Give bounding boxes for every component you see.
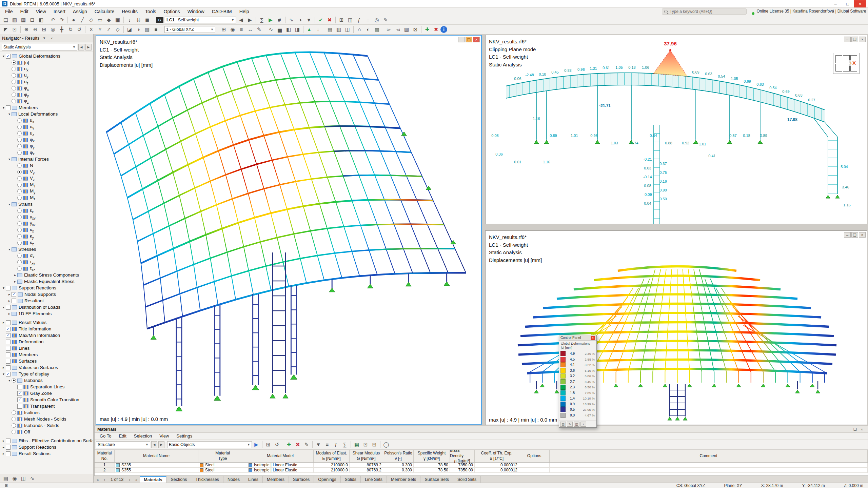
- viewport-minimize-button[interactable]: –: [844, 37, 851, 42]
- tree-checkbox[interactable]: [6, 352, 11, 357]
- tree-radio[interactable]: [12, 410, 16, 415]
- legend-lock-button[interactable]: ◫: [574, 422, 579, 427]
- column-header-materialmodel[interactable]: Material Model: [247, 450, 314, 462]
- member-load-icon[interactable]: ⇊: [134, 16, 143, 24]
- expand-icon[interactable]: ▸: [1, 439, 6, 443]
- table-tab-linesets[interactable]: Line Sets: [361, 476, 387, 483]
- tree-radio[interactable]: [12, 417, 16, 421]
- edit-row-icon[interactable]: ✎: [302, 441, 311, 449]
- cell-materialmodel[interactable]: Isotropic | Linear Elastic: [247, 468, 314, 472]
- cell-shearmodulus[interactable]: 80769.2: [350, 468, 383, 472]
- isobands-icon[interactable]: ◧: [284, 25, 293, 34]
- tree-item[interactable]: ▸Values on Surfaces: [0, 364, 93, 371]
- navigator-toggle-icon[interactable]: ▤: [326, 25, 334, 34]
- tree-radio[interactable]: [12, 423, 16, 428]
- info-icon[interactable]: i: [440, 26, 447, 33]
- select-window-icon[interactable]: ⊡: [10, 25, 19, 34]
- cell-modulusofelast[interactable]: 210000.0: [314, 463, 350, 467]
- result-values-icon[interactable]: ◑: [296, 16, 304, 24]
- menu-item-tools[interactable]: Tools: [141, 8, 160, 15]
- go-to-icon[interactable]: ▶: [252, 441, 261, 449]
- model-canvas-elevation[interactable]: 37.960.06-2.480.180.450.83-0.961.310.611…: [486, 35, 867, 224]
- isometric-view-icon[interactable]: ◇: [113, 25, 122, 34]
- tree-item[interactable]: uz: [0, 79, 93, 85]
- expand-icon[interactable]: ▸: [1, 445, 6, 449]
- table-tab-thicknesses[interactable]: Thicknesses: [191, 476, 223, 483]
- cell-material[interactable]: 1: [95, 463, 115, 467]
- viewport-restore-button[interactable]: ❑: [466, 37, 472, 42]
- menu-item-assign[interactable]: Assign: [69, 8, 91, 15]
- guidelines-icon[interactable]: ≡: [237, 25, 246, 34]
- collapse-icon[interactable]: ▾: [1, 372, 6, 376]
- tree-radio[interactable]: [12, 80, 16, 84]
- tree-checkbox[interactable]: ✓: [6, 372, 11, 377]
- tree-item[interactable]: ▾✓Type of display: [0, 371, 93, 377]
- menu-item-window[interactable]: Window: [184, 8, 208, 15]
- tree-item[interactable]: ▾Internal Forces: [0, 156, 93, 162]
- tree-item[interactable]: ▸Elastic Equivalent Stress: [0, 278, 93, 285]
- snap-settings-icon[interactable]: ◎: [372, 16, 381, 24]
- close-panel-icon[interactable]: ×: [859, 427, 865, 431]
- copy-icon[interactable]: ◧: [37, 16, 45, 24]
- object-snap-icon[interactable]: ◉: [228, 25, 237, 34]
- tree-item[interactable]: ▾Stresses: [0, 246, 93, 252]
- view-along-x-icon[interactable]: X: [87, 25, 96, 34]
- tree-item[interactable]: κz: [0, 240, 93, 246]
- tree-item[interactable]: uy: [0, 124, 93, 130]
- tree-item[interactable]: ▾✓Global Deformations: [0, 53, 93, 59]
- fe-mesh-icon[interactable]: #: [275, 16, 284, 24]
- tree-radio[interactable]: [17, 253, 22, 258]
- tree-item[interactable]: γxz: [0, 220, 93, 227]
- remove-icon[interactable]: ✖: [432, 25, 440, 34]
- viewport-minimize-button[interactable]: –: [458, 37, 465, 42]
- save-model-icon[interactable]: ▦: [19, 16, 28, 24]
- materials-menu-goto[interactable]: Go To: [96, 433, 115, 440]
- tree-item[interactable]: ▾Members: [0, 104, 93, 111]
- tree-item[interactable]: N: [0, 162, 93, 169]
- result-tables-icon[interactable]: ▼: [304, 16, 313, 24]
- tree-item[interactable]: ▾Isobands: [0, 377, 93, 384]
- tree-checkbox[interactable]: [17, 385, 22, 389]
- cell-material[interactable]: Steel: [198, 468, 247, 472]
- expand-icon[interactable]: ▸: [13, 273, 17, 277]
- cell-materialname[interactable]: S355: [115, 468, 198, 472]
- tree-item[interactable]: ▾Distribution of Loads: [0, 304, 93, 310]
- cell-material[interactable]: Steel: [198, 463, 247, 467]
- tree-item[interactable]: ▸Elastic Stress Components: [0, 272, 93, 278]
- visibility-icon[interactable]: ◑: [134, 25, 143, 34]
- supports-display-icon[interactable]: ▲: [305, 25, 314, 34]
- sort-descending-icon[interactable]: ▼: [314, 441, 323, 449]
- tree-item[interactable]: γxy: [0, 214, 93, 220]
- tree-checkbox[interactable]: [6, 445, 11, 450]
- tree-radio[interactable]: [17, 260, 22, 264]
- tree-item[interactable]: σx: [0, 252, 93, 259]
- menu-item-edit[interactable]: Edit: [17, 8, 32, 15]
- minimize-window-button[interactable]: –: [829, 0, 842, 7]
- column-header-material[interactable]: MaterialNo.: [95, 450, 115, 462]
- close-panel-icon[interactable]: ×: [49, 36, 55, 40]
- design-check-icon[interactable]: ✔: [316, 16, 325, 24]
- insert-opening-icon[interactable]: ▣: [113, 16, 122, 24]
- tree-item[interactable]: |u|: [0, 59, 93, 66]
- section-display-icon[interactable]: ▨: [402, 25, 411, 34]
- pan-icon[interactable]: ╋: [57, 25, 66, 34]
- menu-item-insert[interactable]: Insert: [50, 8, 69, 15]
- last-table-button[interactable]: »: [133, 476, 140, 483]
- show-results-icon[interactable]: ∿: [287, 16, 296, 24]
- materials-menu-settings[interactable]: Settings: [173, 433, 196, 440]
- tree-item[interactable]: φz: [0, 98, 93, 104]
- tree-radio[interactable]: [17, 125, 22, 129]
- menu-item-calculate[interactable]: Calculate: [91, 8, 118, 15]
- tree-item[interactable]: MT: [0, 182, 93, 188]
- cell-poissonsratio[interactable]: 0.300: [383, 463, 414, 467]
- column-header-comment[interactable]: Comment: [550, 450, 868, 462]
- tree-radio[interactable]: [17, 170, 22, 174]
- menu-item-file[interactable]: File: [1, 8, 17, 15]
- collapse-icon[interactable]: ▾: [7, 202, 12, 206]
- maximize-window-button[interactable]: □: [842, 0, 854, 7]
- tree-item[interactable]: τxz: [0, 265, 93, 272]
- tree-radio[interactable]: [17, 189, 22, 194]
- tree-item[interactable]: κx: [0, 227, 93, 233]
- tree-checkbox[interactable]: [6, 359, 11, 364]
- texture-icon[interactable]: ▩: [373, 25, 381, 34]
